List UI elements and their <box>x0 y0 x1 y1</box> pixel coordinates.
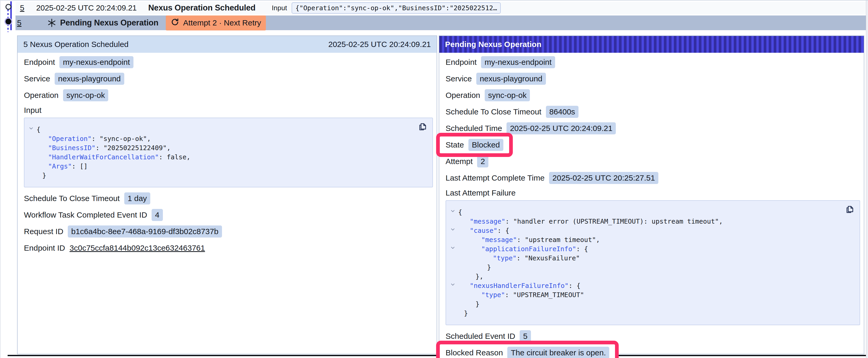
field-label-scheduled-time: Scheduled Time <box>445 124 502 133</box>
field-value-request-id: b1c6a4bc-8ee7-468a-9169-df3b02c8737b <box>68 225 222 237</box>
collapse-chevron-icon[interactable] <box>450 246 455 250</box>
field-value-endpoint: my-nexus-endpoint <box>59 56 133 68</box>
field-label-schedule-to-close-timeout: Schedule To Close Timeout <box>445 107 541 116</box>
field-value-scheduled-event-id: 5 <box>520 330 531 342</box>
field-value-scheduled-time: 2025-02-25 UTC 20:24:09.21 <box>506 122 616 134</box>
field-row-endpoint: Endpointmy-nexus-endpoint <box>445 54 860 70</box>
event-timeline-gutter <box>1 1 16 35</box>
json-line: }, <box>446 272 841 281</box>
field-value-workflow-task-completed-event-id: 4 <box>152 209 163 221</box>
json-line: "cause": { <box>446 226 841 235</box>
json-line: { <box>446 207 841 217</box>
field-label-scheduled-event-id: Scheduled Event ID <box>445 332 515 341</box>
json-line: } <box>25 171 414 180</box>
attempt-retry-label: Attempt 2 · Next Retry <box>183 19 261 27</box>
field-row-schedule-to-close-timeout: Schedule To Close Timeout86400s <box>445 103 860 120</box>
field-label-attempt: Attempt <box>445 157 473 166</box>
json-section-label-last-attempt-failure: Last Attempt Failure <box>445 186 860 200</box>
field-label-endpoint-id: Endpoint ID <box>24 243 65 253</box>
collapse-chevron-icon[interactable] <box>450 282 455 287</box>
timeline-event-dot-icon <box>5 4 11 10</box>
event-row-nexus-operation-scheduled[interactable]: 5 2025-02-25 UTC 20:24:09.21 Nexus Opera… <box>16 2 866 14</box>
field-row-service: Servicenexus-playground <box>24 70 433 87</box>
json-line: "HandlerWaitForCancellation": false, <box>25 153 414 162</box>
json-line: "applicationFailureInfo": { <box>446 245 841 254</box>
pending-panel-header: Pending Nexus Operation <box>439 36 864 53</box>
field-value-attempt: 2 <box>477 155 488 167</box>
field-label-operation: Operation <box>24 91 59 100</box>
collapse-chevron-icon[interactable] <box>450 227 455 232</box>
field-value-blocked-reason: The circuit breaker is open. <box>507 347 609 358</box>
field-row-endpoint-id: Endpoint ID3c0c75ccfa8144b092c13ce632463… <box>24 240 433 256</box>
field-value-endpoint: my-nexus-endpoint <box>481 56 555 68</box>
json-line: } <box>446 299 841 308</box>
field-value-last-attempt-complete-time: 2025-02-25 UTC 20:25:27.51 <box>549 172 658 184</box>
event-input-label: Input <box>272 4 287 12</box>
json-line: "message": "handler error (UPSTREAM_TIME… <box>446 217 841 226</box>
collapse-chevron-icon[interactable] <box>450 209 455 214</box>
event-detail-panel-scheduled: 5 Nexus Operation Scheduled 2025-02-25 U… <box>17 35 437 354</box>
asterisk-icon <box>47 18 57 28</box>
event-time: 2025-02-25 UTC 20:24:09.21 <box>36 3 136 12</box>
field-row-operation: Operationsync-op-ok <box>445 87 860 103</box>
json-section-label-input: Input <box>24 103 433 117</box>
json-line: { <box>25 125 414 134</box>
scheduled-panel-header: 5 Nexus Operation Scheduled 2025-02-25 U… <box>18 36 437 53</box>
json-line: "BusinessID": "20250225122409", <box>25 143 414 153</box>
field-row-request-id: Request IDb1c6a4bc-8ee7-468a-9169-df3b02… <box>24 223 433 240</box>
event-input-preview-chip: {"Operation":"sync-op-ok","BusinessID":"… <box>291 2 501 14</box>
json-viewer-input: {"Operation": "sync-op-ok","BusinessID":… <box>24 118 433 187</box>
event-id-link[interactable]: 5 <box>20 3 25 12</box>
copy-icon[interactable] <box>844 204 856 215</box>
field-value-service: nexus-playground <box>476 73 546 85</box>
field-label-service: Service <box>445 74 472 83</box>
field-value-state: Blocked <box>468 139 503 151</box>
timeline-pending-dot-icon <box>5 19 11 24</box>
scheduled-panel-title: 5 Nexus Operation Scheduled <box>23 40 128 49</box>
field-label-request-id: Request ID <box>24 227 63 236</box>
copy-icon[interactable] <box>417 121 428 132</box>
json-line: "type": "NexusFailure" <box>446 254 841 263</box>
field-row-endpoint: Endpointmy-nexus-endpoint <box>24 54 433 70</box>
json-viewer-last-attempt-failure: {"message": "handler error (UPSTREAM_TIM… <box>445 200 860 325</box>
field-row-workflow-task-completed-event-id: Workflow Task Completed Event ID4 <box>24 206 433 223</box>
json-line: } <box>446 308 841 318</box>
field-value-operation: sync-op-ok <box>63 89 108 101</box>
field-row-operation: Operationsync-op-ok <box>24 87 433 103</box>
scheduled-panel-body: Endpointmy-nexus-endpointServicenexus-pl… <box>18 53 437 256</box>
event-row-pending-nexus-operation[interactable]: 5 Pending Nexus Operation Attempt 2 · Ne… <box>16 15 866 30</box>
json-line: "nexusHandlerFailureInfo": { <box>446 281 841 290</box>
json-line: "Operation": "sync-op-ok", <box>25 134 414 143</box>
annotation-highlight-state: StateBlocked <box>436 133 513 157</box>
field-row-last-attempt-complete-time: Last Attempt Complete Time2025-02-25 UTC… <box>445 169 860 186</box>
field-label-state: State <box>445 140 464 149</box>
retry-icon <box>170 18 180 28</box>
json-line: "Args": [] <box>25 162 414 171</box>
field-label-last-attempt-complete-time: Last Attempt Complete Time <box>445 173 545 183</box>
event-title: Nexus Operation Scheduled <box>148 3 255 12</box>
field-label-service: Service <box>24 74 50 83</box>
field-label-endpoint: Endpoint <box>24 58 55 67</box>
field-row-state: StateBlocked <box>445 136 860 153</box>
field-label-endpoint: Endpoint <box>445 58 476 67</box>
field-value-schedule-to-close-timeout: 86400s <box>546 106 579 118</box>
json-line: "type": "UPSTREAM_TIMEOUT" <box>446 290 841 299</box>
field-row-service: Servicenexus-playground <box>445 70 860 87</box>
scheduled-panel-time: 2025-02-25 UTC 20:24:09.21 <box>329 40 431 49</box>
event-detail-panel-pending: Pending Nexus Operation Endpointmy-nexus… <box>439 35 864 354</box>
field-label-schedule-to-close-timeout: Schedule To Close Timeout <box>24 194 120 203</box>
pending-panel-body: Endpointmy-nexus-endpointServicenexus-pl… <box>439 53 864 358</box>
field-label-blocked-reason: Blocked Reason <box>445 348 503 357</box>
field-value-endpoint-id[interactable]: 3c0c75ccfa8144b092c13ce632463761 <box>70 243 205 253</box>
collapse-chevron-icon[interactable] <box>29 126 34 131</box>
attempt-retry-badge: Attempt 2 · Next Retry <box>166 15 266 30</box>
field-label-operation: Operation <box>445 91 480 100</box>
json-line: "message": "upstream timeout", <box>446 235 841 245</box>
pending-event-id-link[interactable]: 5 <box>17 19 22 27</box>
json-line: } <box>446 263 841 272</box>
pending-event-title: Pending Nexus Operation <box>60 18 158 28</box>
annotation-highlight-blocked-reason: Blocked ReasonThe circuit breaker is ope… <box>436 341 619 358</box>
field-value-service: nexus-playground <box>55 73 124 85</box>
vertical-scrollbar[interactable] <box>866 1 868 358</box>
field-row-schedule-to-close-timeout: Schedule To Close Timeout1 day <box>24 190 433 206</box>
